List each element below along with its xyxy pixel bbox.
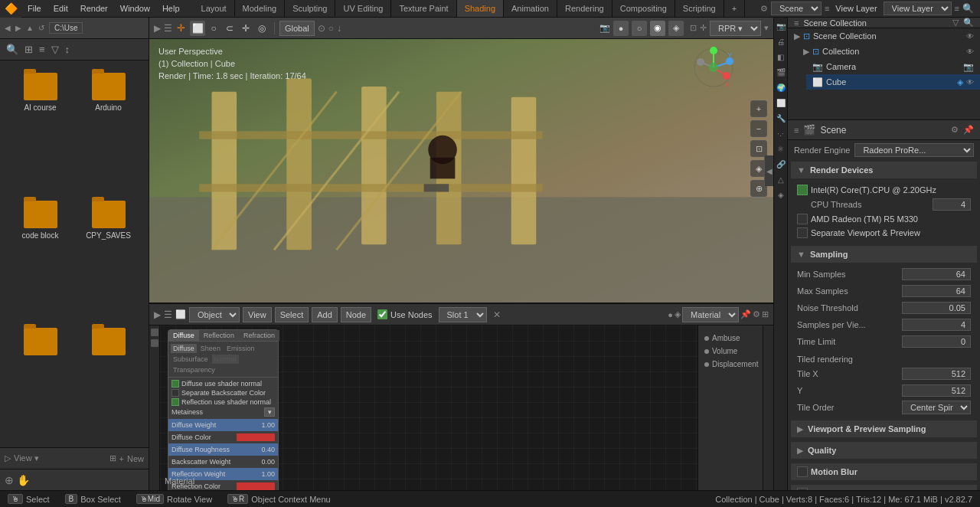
- node-subtab-subsurface[interactable]: Subsurface: [171, 355, 211, 364]
- tab-compositing[interactable]: Compositing: [612, 0, 675, 17]
- shading-solid-icon[interactable]: ●: [613, 21, 629, 36]
- motion-blur-header[interactable]: Motion Blur: [791, 463, 977, 480]
- list-view-icon[interactable]: ≡: [38, 42, 47, 57]
- shading-rendered-icon[interactable]: ◉: [650, 21, 665, 36]
- prop-tab-modifier[interactable]: 🔧: [776, 113, 786, 123]
- viewport-type-icon[interactable]: ▶: [154, 23, 161, 34]
- node-subtab-diffuse[interactable]: Diffuse: [171, 344, 197, 353]
- menu-window[interactable]: Window: [114, 0, 156, 17]
- viewport-preview-header[interactable]: ▶ Viewport & Preview Sampling: [791, 420, 977, 437]
- slider-diffuse-color[interactable]: Diffuse Color: [168, 431, 278, 443]
- gpu-checkbox[interactable]: [797, 214, 808, 224]
- sampling-header[interactable]: ▼ Sampling: [791, 246, 977, 263]
- use-nodes-checkbox[interactable]: [377, 309, 387, 319]
- sidebar-view-dropdown[interactable]: View ▾: [14, 453, 39, 463]
- outliner-scene-collection[interactable]: ▶ ⊡ Scene Collection 👁: [788, 28, 980, 44]
- zoom-in-icon[interactable]: +: [750, 100, 767, 117]
- node-grid-icon[interactable]: ⊞: [762, 309, 769, 319]
- node-subtab-sheen[interactable]: Sheen: [198, 344, 223, 353]
- tab-rendering[interactable]: Rendering: [557, 0, 612, 17]
- node-subtab-transparency[interactable]: Transparency: [171, 365, 217, 375]
- viewport-mode-selector[interactable]: RPR ▾: [710, 21, 761, 36]
- checkbox-reflection-normal[interactable]: [172, 398, 179, 406]
- time-limit-value[interactable]: 0: [902, 335, 971, 348]
- diffuse-color-swatch[interactable]: [237, 433, 275, 441]
- folder-6[interactable]: [77, 325, 139, 438]
- outliner-type-icon[interactable]: ≡: [794, 18, 799, 28]
- tab-animation[interactable]: Animation: [504, 0, 557, 17]
- samples-per-view-value[interactable]: 4: [902, 319, 971, 331]
- grid-view-icon[interactable]: ⊞: [23, 42, 34, 57]
- node-object-icon[interactable]: ⬜: [175, 309, 186, 319]
- node-node-btn[interactable]: Node: [341, 307, 371, 322]
- rotate-icon[interactable]: ⊕: [5, 474, 14, 486]
- scene-options-icon[interactable]: ⚙: [951, 125, 959, 135]
- prop-tab-physics[interactable]: ⚛: [776, 143, 786, 154]
- node-settings-icon[interactable]: ⚙: [753, 309, 760, 319]
- outliner-search-icon[interactable]: 🔍: [963, 18, 974, 28]
- sort-icon[interactable]: ↕: [64, 42, 72, 57]
- menu-render[interactable]: Render: [74, 0, 114, 17]
- falloff-icon[interactable]: ↓: [337, 23, 341, 34]
- scene-pin-icon[interactable]: 📌: [963, 125, 974, 135]
- folder-ai-course[interactable]: AI course: [9, 70, 71, 191]
- scene-type-icon[interactable]: ≡: [794, 126, 799, 135]
- tab-uv-editing[interactable]: UV Editing: [335, 0, 391, 17]
- node-material-selector[interactable]: Material: [682, 307, 739, 322]
- render-engine-selector[interactable]: Radeon ProRe...: [854, 143, 974, 157]
- viewport-gizmo[interactable]: Y X Z: [693, 47, 735, 89]
- sidebar-bottom-icon1[interactable]: ▷: [5, 453, 11, 463]
- node-panel-volume[interactable]: Volume: [698, 345, 763, 358]
- tab-scripting[interactable]: Scripting: [675, 0, 724, 17]
- node-tab-refraction[interactable]: Refraction: [239, 330, 279, 341]
- tab-modeling[interactable]: Modeling: [235, 0, 286, 17]
- prop-tab-output[interactable]: 🖨: [776, 36, 786, 47]
- prop-tab-data[interactable]: △: [776, 174, 786, 185]
- overlay-toggle-icon[interactable]: ⊡: [690, 23, 697, 33]
- outliner-filter-icon[interactable]: ▽: [952, 18, 959, 28]
- checkbox-use-shader-normal[interactable]: [172, 380, 179, 388]
- node-tab-diffuse[interactable]: Diffuse: [168, 330, 199, 341]
- view-layer-selector[interactable]: View Layer: [884, 2, 952, 15]
- render-devices-header[interactable]: ▼ Render Devices: [791, 162, 977, 178]
- folder-cpy-saves[interactable]: CPY_SAVES: [77, 198, 139, 319]
- tab-shading[interactable]: Shading: [457, 0, 504, 17]
- prop-tab-constraints[interactable]: 🔗: [776, 159, 786, 169]
- menu-file[interactable]: File: [21, 0, 47, 17]
- filter-icon[interactable]: ▽: [50, 42, 60, 57]
- fit-view-icon[interactable]: ⊡: [750, 140, 767, 157]
- node-tool-2[interactable]: [151, 339, 158, 347]
- slider-backscatter-weight[interactable]: Backscatter Weight 0.00: [168, 456, 278, 468]
- prop-tab-material[interactable]: ◈: [776, 189, 786, 200]
- scene-selector[interactable]: Scene: [771, 2, 822, 15]
- node-pin-icon[interactable]: 📌: [740, 309, 751, 319]
- nav-refresh-icon[interactable]: ↺: [38, 24, 44, 32]
- folder-5[interactable]: [9, 325, 71, 438]
- proportional-edit-icon[interactable]: ○: [328, 23, 334, 34]
- select-lasso-icon[interactable]: ⊂: [222, 21, 237, 36]
- node-editor-menu-icon[interactable]: ☰: [164, 309, 172, 320]
- outliner-collection[interactable]: ▶ ⊡ Collection 👁: [797, 44, 980, 59]
- prop-tab-scene[interactable]: 🎬: [776, 67, 786, 77]
- nav-forward-icon[interactable]: ▶: [15, 24, 21, 32]
- node-add-btn[interactable]: Add: [312, 307, 338, 322]
- zoom-out-icon[interactable]: −: [750, 120, 767, 137]
- min-samples-value[interactable]: 64: [902, 268, 971, 280]
- node-select-btn[interactable]: Select: [275, 307, 309, 322]
- node-view-btn[interactable]: View: [243, 307, 272, 322]
- sidebar-grid-icon[interactable]: ⊞: [109, 453, 116, 463]
- outliner-eye-0[interactable]: 👁: [966, 32, 974, 41]
- node-subtab-emission[interactable]: Emission: [224, 344, 257, 353]
- node-tool-1[interactable]: [151, 329, 158, 336]
- nav-back-icon[interactable]: ◀: [5, 24, 11, 32]
- cursor-icon[interactable]: ✛: [175, 21, 187, 35]
- prop-tab-render[interactable]: 📷: [776, 21, 786, 31]
- transform-icon[interactable]: ✛: [238, 21, 253, 36]
- outliner-cube[interactable]: ⬜ Cube ◈ 👁: [806, 74, 980, 90]
- slider-diffuse-weight[interactable]: Diffuse Weight 1.00: [168, 419, 278, 431]
- tile-order-selector[interactable]: Center Spiral: [902, 401, 971, 414]
- tile-y-value[interactable]: 512: [902, 384, 971, 397]
- viewport-menu-icon[interactable]: ☰: [164, 23, 172, 34]
- metainess-dropdown[interactable]: ▾: [264, 407, 275, 417]
- sidebar-add-icon[interactable]: +: [119, 454, 124, 463]
